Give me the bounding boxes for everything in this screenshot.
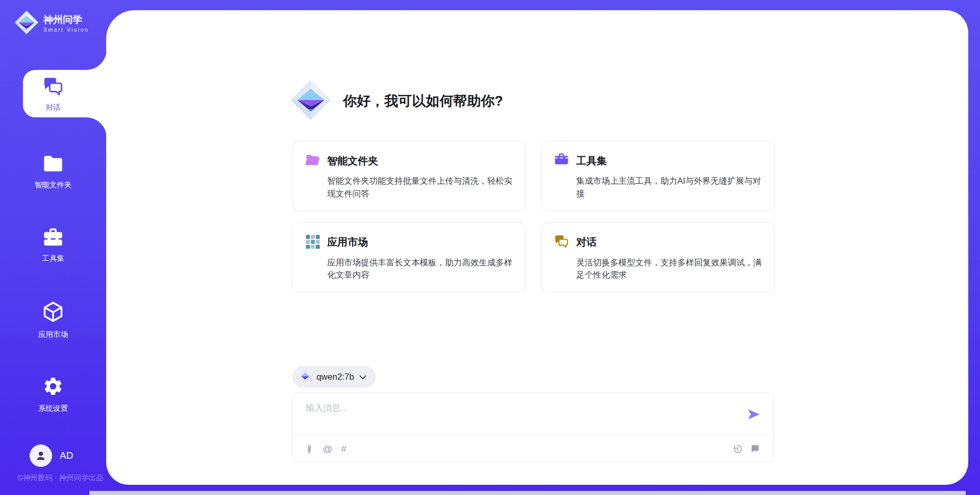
card-title: 对话 <box>576 235 597 249</box>
main-content-panel: 你好，我可以如何帮助你? 智能文件夹 智能文件夹功能支持批量文件上传与清洗，轻松… <box>106 10 968 485</box>
diamond-logo-icon <box>299 370 311 384</box>
comment-icon[interactable] <box>750 444 760 454</box>
card-title: 应用市场 <box>327 235 368 249</box>
card-app-market[interactable]: 应用市场 应用市场提供丰富长文本模板，助力高效生成多样化文章内容 <box>292 222 526 293</box>
user-block[interactable]: AD <box>30 444 73 467</box>
sidebar-item-smart-folder[interactable]: 智能文件夹 <box>0 153 106 190</box>
message-composer: @ # <box>292 392 774 462</box>
grid-icon <box>305 234 320 251</box>
cube-icon <box>42 301 64 325</box>
card-title: 智能文件夹 <box>327 154 378 168</box>
card-description: 集成市场上主流工具，助力AI与外界无缝扩展与对接 <box>576 175 762 200</box>
sidebar-item-label: 智能文件夹 <box>35 180 72 190</box>
history-icon[interactable] <box>732 444 743 454</box>
model-name: qwen2:7b <box>316 372 354 382</box>
card-title: 工具集 <box>576 154 607 168</box>
user-name: AD <box>60 450 73 461</box>
sidebar-item-label: 对话 <box>46 103 61 112</box>
feature-cards: 智能文件夹 智能文件夹功能支持批量文件上传与清洗，轻松实现文件问答 工具集 <box>292 141 775 292</box>
briefcase-icon <box>554 152 569 169</box>
model-selector[interactable]: qwen2:7b <box>292 366 376 388</box>
card-description: 灵活切换多模型文件，支持多样回复效果调试，满足个性化需求 <box>576 256 762 282</box>
diamond-logo-icon <box>14 10 39 37</box>
sidebar-item-label: 工具集 <box>42 254 64 263</box>
card-toolset[interactable]: 工具集 集成市场上主流工具，助力AI与外界无缝扩展与对接 <box>541 141 775 211</box>
folder-open-icon <box>305 152 320 169</box>
chat-icon <box>42 76 64 99</box>
sidebar-item-app-market[interactable]: 应用市场 <box>0 301 106 339</box>
sidebar-item-label: 系统设置 <box>38 404 68 413</box>
composer-toolbar: @ # <box>306 436 760 462</box>
send-button[interactable] <box>746 406 762 423</box>
card-chat[interactable]: 对话 灵活切换多模型文件，支持多样回复效果调试，满足个性化需求 <box>541 222 775 293</box>
welcome-block: 你好，我可以如何帮助你? <box>290 79 503 123</box>
app-subtitle: Smart Vision <box>43 27 89 33</box>
sidebar-footer: ©神州数码 · 神州问学出品 <box>17 473 104 483</box>
chevron-down-icon <box>359 373 366 382</box>
brand-diamond-icon <box>290 79 332 123</box>
gear-icon <box>42 376 64 399</box>
sidebar-item-settings[interactable]: 系统设置 <box>0 376 106 413</box>
greeting-title: 你好，我可以如何帮助你? <box>343 92 503 110</box>
paperclip-icon[interactable] <box>306 443 314 455</box>
person-icon <box>34 449 47 462</box>
sidebar-item-label: 应用市场 <box>38 330 68 339</box>
hash-icon[interactable]: # <box>341 443 347 455</box>
card-smart-folder[interactable]: 智能文件夹 智能文件夹功能支持批量文件上传与清洗，轻松实现文件问答 <box>292 141 526 211</box>
sidebar-item-chat[interactable]: 对话 <box>23 70 83 117</box>
sidebar-item-toolset[interactable]: 工具集 <box>0 227 106 263</box>
app-logo: 神州问学 Smart Vision <box>14 10 89 37</box>
folder-icon <box>42 153 64 176</box>
card-description: 智能文件夹功能支持批量文件上传与清洗，轻松实现文件问答 <box>327 175 513 200</box>
card-description: 应用市场提供丰富长文本模板，助力高效生成多样化文章内容 <box>327 256 513 282</box>
bottom-edge-strip <box>89 491 966 495</box>
send-icon <box>747 408 761 420</box>
toolbox-icon <box>42 227 64 249</box>
avatar <box>30 444 52 467</box>
app-name: 神州问学 <box>43 14 89 26</box>
chat-bubbles-icon <box>554 234 569 251</box>
message-input[interactable] <box>292 393 731 434</box>
at-icon[interactable]: @ <box>323 443 332 455</box>
